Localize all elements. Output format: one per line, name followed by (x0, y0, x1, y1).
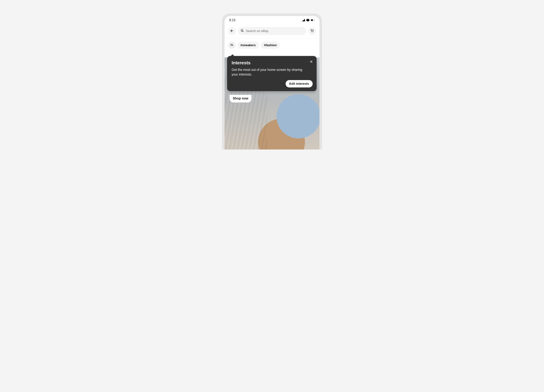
wifi-icon (306, 19, 310, 21)
svg-rect-1 (311, 19, 313, 21)
cart-icon (310, 29, 314, 33)
tooltip-title: Interests (232, 60, 313, 65)
tooltip-message: Get the most out of your home screen by … (232, 67, 306, 77)
status-time: 9:15 (229, 18, 236, 22)
filter-button[interactable] (228, 42, 235, 49)
shop-now-button[interactable]: Shop now (230, 95, 251, 102)
shop-now-label: Shop now (233, 96, 248, 100)
svg-point-6 (311, 32, 312, 32)
svg-rect-2 (314, 20, 315, 21)
svg-point-11 (232, 45, 233, 46)
status-bar: 9:15 (225, 16, 319, 24)
app-topbar: Search on eBay (225, 24, 319, 39)
device-frame: 9:15 (222, 13, 322, 149)
edit-interests-label: Edit interests (289, 82, 309, 86)
edit-interests-button[interactable]: Edit interests (286, 80, 313, 87)
interest-chip-row: #sneakers #fashion (225, 39, 319, 52)
search-field[interactable]: Search on eBay (238, 27, 306, 35)
cellular-icon (302, 19, 305, 21)
status-icons (302, 19, 315, 21)
interests-tooltip: Interests Get the most out of your home … (227, 56, 317, 91)
app-screen: 9:15 (225, 16, 319, 149)
chip-label: #fashion (264, 43, 277, 47)
close-icon (310, 60, 313, 64)
interest-chip-fashion[interactable]: #fashion (261, 42, 280, 49)
canvas: 9:15 (170, 0, 374, 147)
sliders-icon (230, 43, 233, 47)
svg-line-5 (243, 31, 243, 32)
cart-button[interactable] (308, 27, 316, 35)
chip-label: #sneakers (240, 43, 256, 47)
back-arrow-icon (230, 29, 234, 33)
svg-point-7 (313, 32, 313, 32)
tooltip-actions: Edit interests (232, 80, 313, 87)
interest-chip-sneakers[interactable]: #sneakers (237, 42, 259, 49)
tooltip-close-button[interactable] (309, 59, 314, 65)
svg-point-9 (231, 44, 232, 45)
back-button[interactable] (228, 27, 236, 35)
battery-icon (311, 19, 315, 21)
tooltip-body: Interests Get the most out of your home … (227, 56, 317, 91)
search-placeholder: Search on eBay (246, 29, 268, 33)
search-icon (241, 29, 244, 33)
